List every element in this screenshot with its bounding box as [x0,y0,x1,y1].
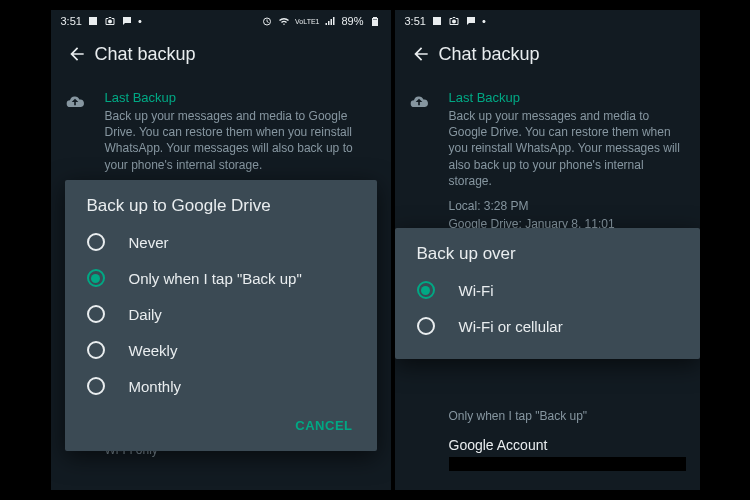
arrow-left-icon [67,44,87,64]
back-button[interactable] [59,36,95,72]
option-label: Daily [129,306,162,323]
radio-icon [87,233,105,251]
battery-pct: 89% [341,15,363,27]
arrow-left-icon [411,44,431,64]
page-title: Chat backup [95,44,196,65]
svg-point-3 [452,20,456,24]
status-time: 3:51 [61,15,82,27]
radio-icon [87,269,105,287]
option-label: Weekly [129,342,178,359]
option-never[interactable]: Never [65,224,377,260]
volte-label: VoLTE1 [295,18,319,25]
radio-icon [87,377,105,395]
radio-icon [87,341,105,359]
dot-icon: • [138,15,142,27]
camera-icon [448,15,460,27]
google-account-title: Google Account [449,437,686,453]
radio-icon [417,317,435,335]
last-backup-title: Last Backup [105,90,377,105]
backup-frequency-setting[interactable]: Only when I tap "Back up" [395,405,700,427]
cloud-upload-icon [409,92,429,112]
back-button[interactable] [403,36,439,72]
alarm-icon [261,15,273,27]
local-backup-time: Local: 3:28 PM [449,199,686,213]
option-label: Monthly [129,378,182,395]
page-title: Chat backup [439,44,540,65]
app-bar: Chat backup [51,32,391,76]
backup-over-title: Back up over [449,489,686,490]
backup-frequency-sub: Only when I tap "Back up" [449,409,686,423]
backup-description: Back up your messages and media to Googl… [449,108,686,189]
redacted-account [449,457,686,471]
dialog-title: Back up to Google Drive [65,196,377,224]
app-bar: Chat backup [395,32,700,76]
wifi-icon [278,15,290,27]
cancel-button[interactable]: CANCEL [285,410,362,441]
radio-icon [417,281,435,299]
phone-left: 3:51 • VoLTE1 89% Chat backup [51,10,391,490]
last-backup-title: Last Backup [449,90,686,105]
backup-over-setting[interactable]: Back up over Wi-Fi only [395,479,700,490]
phone-right: 3:51 • Chat backup Last Backup Back [395,10,700,490]
backup-description: Back up your messages and media to Googl… [105,108,377,173]
option-monthly[interactable]: Monthly [65,368,377,404]
image-icon [431,15,443,27]
radio-icon [87,305,105,323]
camera-icon [104,15,116,27]
svg-rect-2 [373,20,377,26]
dialog-title: Back up over [395,244,700,272]
status-time: 3:51 [405,15,426,27]
option-wifi[interactable]: Wi-Fi [395,272,700,308]
image-icon [87,15,99,27]
option-daily[interactable]: Daily [65,296,377,332]
google-account-setting[interactable]: Google Account [395,427,700,455]
option-label: Wi-Fi or cellular [459,318,563,335]
backup-over-dialog: Back up over Wi-Fi Wi-Fi or cellular [395,228,700,359]
option-label: Never [129,234,169,251]
backup-frequency-dialog: Back up to Google Drive Never Only when … [65,180,377,451]
cloud-upload-icon [65,92,85,112]
option-only-when-tap[interactable]: Only when I tap "Back up" [65,260,377,296]
option-label: Only when I tap "Back up" [129,270,302,287]
status-bar: 3:51 • VoLTE1 89% [51,10,391,32]
option-label: Wi-Fi [459,282,494,299]
battery-icon [369,15,381,27]
dot-icon: • [482,15,486,27]
chat-icon [465,15,477,27]
option-wifi-or-cellular[interactable]: Wi-Fi or cellular [395,308,700,353]
chat-icon [121,15,133,27]
status-bar: 3:51 • [395,10,700,32]
option-weekly[interactable]: Weekly [65,332,377,368]
signal-icon [324,15,336,27]
svg-point-0 [108,20,112,24]
